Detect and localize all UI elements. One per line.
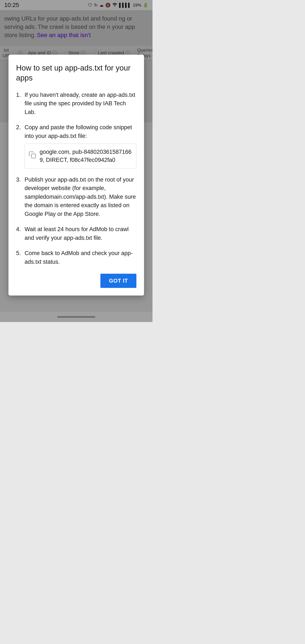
modal-footer: GOT IT — [16, 274, 136, 288]
step-2-text: Copy and paste the following code snippe… — [24, 124, 132, 139]
got-it-button[interactable]: GOT IT — [100, 274, 136, 288]
step-2-number: 2. — [16, 123, 24, 132]
step-1-number: 1. — [16, 91, 24, 99]
step-4-number: 4. — [16, 225, 24, 234]
step-3-text: Publish your app-ads.txt on the root of … — [24, 176, 136, 218]
modal-step-4: 4. Wait at least 24 hours for AdMob to c… — [16, 225, 136, 242]
modal-step-3: 3. Publish your app-ads.txt on the root … — [16, 176, 136, 218]
step-1-text: If you haven't already, create an app-ad… — [24, 91, 136, 116]
copy-icon[interactable] — [28, 151, 36, 161]
step-3-number: 3. — [16, 176, 24, 184]
code-snippet-text: google.com, pub-8480203615871669, DIRECT… — [40, 148, 132, 164]
step-4-text: Wait at least 24 hours for AdMob to craw… — [24, 225, 136, 242]
step-5-number: 5. — [16, 249, 24, 258]
code-snippet-box[interactable]: google.com, pub-8480203615871669, DIRECT… — [24, 144, 136, 169]
modal-step-1: 1. If you haven't already, create an app… — [16, 91, 136, 116]
modal-dialog: How to set up app-ads.txt for your apps … — [8, 55, 144, 296]
svg-rect-8 — [32, 154, 36, 158]
modal-step-5: 5. Come back to AdMob and check your app… — [16, 249, 136, 266]
modal-steps: 1. If you haven't already, create an app… — [16, 91, 136, 266]
modal-title: How to set up app-ads.txt for your apps — [16, 63, 136, 83]
modal-step-2: 2. Copy and paste the following code sni… — [16, 123, 136, 169]
step-2-content: Copy and paste the following code snippe… — [24, 123, 136, 169]
step-5-text: Come back to AdMob and check your app-ad… — [24, 249, 136, 266]
